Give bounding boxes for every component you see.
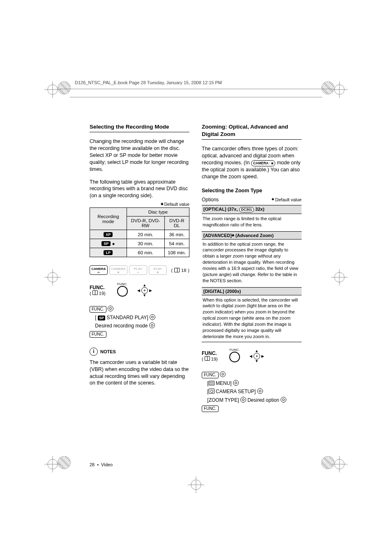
corner-target-icon — [58, 456, 71, 469]
badge-camera-movie: CAMERA▪▪ — [90, 265, 108, 275]
ring-icon — [233, 380, 239, 386]
func-pill: FUNC. — [90, 331, 106, 338]
table-row: SP◆ 30 min. 54 min. — [90, 239, 189, 248]
page-footer: 28 • Video — [90, 462, 113, 467]
crop-mark-icon — [44, 269, 61, 286]
seq-text: Desired recording mode — [95, 323, 148, 329]
source-file-line: D126_NTSC_PAL_E.book Page 28 Tuesday, Ja… — [75, 80, 222, 85]
default-value-note: ◆ Default value — [272, 197, 302, 202]
ring-icon — [220, 371, 226, 377]
seq-text: CAMERA SETUP] — [216, 389, 256, 394]
mode-chip-xp: XP — [104, 232, 113, 237]
cell: 20 min. — [127, 230, 164, 239]
notes-body: The camcorder uses a variable bit rate (… — [90, 359, 189, 387]
paragraph: The camcorder offers three types of zoom… — [202, 145, 302, 180]
seq-text: STANDARD PLAY] — [106, 315, 148, 320]
func-tiny-label: FUNC. — [229, 348, 240, 352]
joystick-icon: ▲▼◀▶ — [139, 285, 150, 296]
book-icon — [92, 290, 98, 295]
book-icon — [174, 268, 180, 272]
model-chip: DC301 — [239, 207, 254, 212]
mode-chip-sp: SP — [101, 241, 111, 246]
info-icon: i — [90, 348, 98, 356]
page-header: D126_NTSC_PAL_E.book Page 28 Tuesday, Ja… — [53, 89, 339, 89]
paragraph: The following table gives approximate re… — [90, 179, 189, 200]
option-title-digital: [DIGITAL] (2000x) — [202, 287, 302, 295]
camera-photo-pill: CAMERA · ◙ — [251, 160, 275, 166]
ring-icon — [281, 397, 286, 403]
func-label: FUNC. — [90, 285, 106, 290]
recording-time-table: Recording mode Disc type DVD-R, DVD-RW D… — [90, 207, 189, 257]
joystick-icon: ▲▼◀▶ — [251, 351, 262, 362]
cell: 108 min. — [164, 248, 189, 257]
table-row: XP 20 min. 36 min. — [90, 230, 189, 239]
notes-heading: i NOTES — [90, 348, 189, 356]
default-diamond-icon: ◆ — [112, 242, 115, 246]
func-label: FUNC. — [202, 350, 218, 356]
ring-icon — [149, 322, 155, 328]
menu-icon — [209, 381, 214, 385]
notes-label: NOTES — [100, 349, 116, 354]
func-sequence: FUNC. [ MENU] [ CAMERA SETUP] [ZOOM TYPE… — [202, 371, 302, 412]
seq-text: [ZOOM TYPE] — [207, 397, 239, 403]
corner-target-icon — [321, 456, 334, 469]
right-column: Zooming: Optical, Advanced and Digital Z… — [202, 123, 302, 412]
ring-icon — [257, 388, 263, 394]
ring-icon — [108, 306, 113, 311]
cell: 36 min. — [164, 230, 189, 239]
func-tiny-label: FUNC. — [117, 282, 128, 286]
options-header: Options ◆ Default value — [202, 197, 302, 203]
paragraph: Changing the recording mode will change … — [90, 138, 189, 173]
section-name: Video — [101, 462, 113, 467]
left-column: Selecting the Recording Mode Changing th… — [90, 123, 189, 412]
heading-zoom: Zooming: Optical, Advanced and Digital Z… — [202, 123, 302, 140]
heading-recording-mode: Selecting the Recording Mode — [90, 123, 189, 132]
func-pill: FUNC. — [202, 405, 219, 412]
default-diamond-icon: ◆ — [232, 233, 234, 237]
default-value-note: ◆Default value — [90, 202, 189, 207]
func-ref: ( 19) — [90, 290, 106, 296]
page-number: 28 — [90, 462, 95, 467]
table-header: Recording mode — [90, 208, 127, 230]
option-body: In addition to the optical zoom range, t… — [202, 240, 302, 285]
ring-icon — [240, 397, 246, 403]
table-header: Disc type — [127, 208, 189, 216]
option-body: The zoom range is limited to the optical… — [202, 214, 302, 229]
header-rule — [70, 97, 322, 97]
option-title-optical: [OPTICAL] (37x, DC301 32x) — [202, 205, 302, 214]
camera-icon — [209, 389, 214, 394]
badge-play-photo: PLAY◙ — [149, 265, 167, 275]
subheading-zoom-type: Selecting the Zoom Type — [202, 188, 302, 193]
func-button-icon — [117, 286, 128, 297]
func-pill: FUNC. — [90, 306, 106, 313]
func-pill: FUNC. — [202, 372, 219, 378]
options-label: Options — [202, 197, 219, 203]
seq-text: Desired option — [247, 397, 279, 403]
ring-icon — [150, 314, 155, 320]
func-button-icon — [229, 352, 240, 362]
cell: 60 min. — [127, 248, 164, 257]
option-body: When this option is selected, the camcor… — [202, 295, 302, 343]
cell: 54 min. — [164, 239, 189, 248]
corner-target-icon — [321, 81, 334, 94]
badge-play-movie: PLAY▪▪ — [129, 265, 147, 275]
mode-chip-sp: SP — [98, 315, 105, 320]
mode-chip-lp: LP — [104, 250, 113, 255]
crop-mark-icon — [188, 477, 204, 493]
table-row: LP 60 min. 108 min. — [90, 248, 189, 257]
option-title-advanced: [ADVANCED]◆ (Advanced Zoom) — [202, 231, 302, 240]
page-ref: ( 18) — [171, 268, 189, 273]
mode-badges: CAMERA▪▪ CAMERA◙ PLAY▪▪ PLAY◙ ( 18) — [90, 265, 189, 275]
book-icon — [205, 356, 210, 361]
func-ref: ( 19) — [202, 356, 218, 362]
func-row: FUNC. ( 19) FUNC. ▲▼◀▶ — [202, 348, 302, 364]
corner-target-icon — [58, 81, 71, 94]
table-header: DVD-R, DVD-RW — [127, 216, 164, 230]
cell: 30 min. — [127, 239, 164, 248]
func-sequence: FUNC. [ SP STANDARD PLAY] Desired record… — [90, 305, 189, 339]
func-row: FUNC. ( 19) FUNC. ▲▼◀▶ — [90, 282, 189, 298]
badge-camera-photo: CAMERA◙ — [109, 265, 127, 275]
seq-text: MENU] — [216, 380, 232, 386]
crop-mark-icon — [331, 269, 348, 286]
table-header: DVD-R DL — [164, 216, 189, 230]
